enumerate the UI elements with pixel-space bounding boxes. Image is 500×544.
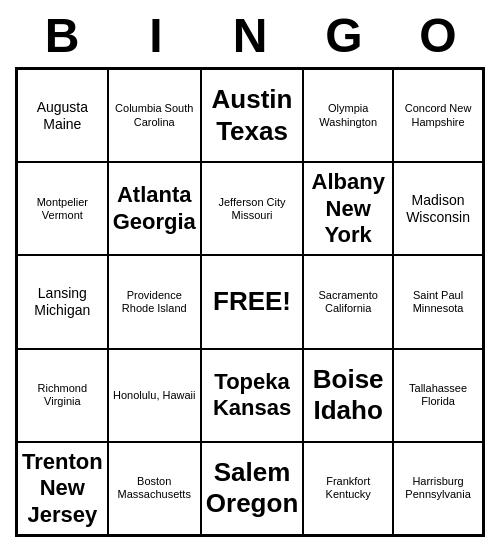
cell-r4-c1: Boston Massachusetts — [108, 442, 201, 535]
bingo-letter-o: O — [398, 8, 478, 63]
bingo-letter-n: N — [210, 8, 290, 63]
cell-r4-c4: Harrisburg Pennsylvania — [393, 442, 483, 535]
cell-r3-c1: Honolulu, Hawaii — [108, 349, 201, 442]
cell-r4-c3: Frankfort Kentucky — [303, 442, 393, 535]
cell-r1-c1: Atlanta Georgia — [108, 162, 201, 255]
cell-r3-c2: Topeka Kansas — [201, 349, 303, 442]
cell-r3-c3: Boise Idaho — [303, 349, 393, 442]
cell-r3-c0: Richmond Virginia — [17, 349, 108, 442]
cell-r0-c1: Columbia South Carolina — [108, 69, 201, 162]
cell-r0-c2: Austin Texas — [201, 69, 303, 162]
cell-r2-c0: Lansing Michigan — [17, 255, 108, 348]
cell-r1-c3: Albany New York — [303, 162, 393, 255]
cell-r1-c0: Montpelier Vermont — [17, 162, 108, 255]
cell-r2-c2: FREE! — [201, 255, 303, 348]
cell-r2-c1: Providence Rhode Island — [108, 255, 201, 348]
cell-r4-c0: Trenton New Jersey — [17, 442, 108, 535]
cell-r2-c3: Sacramento California — [303, 255, 393, 348]
bingo-letter-g: G — [304, 8, 384, 63]
bingo-grid: Augusta MaineColumbia South CarolinaAust… — [15, 67, 485, 537]
cell-r4-c2: Salem Oregon — [201, 442, 303, 535]
cell-r2-c4: Saint Paul Minnesota — [393, 255, 483, 348]
cell-r3-c4: Tallahassee Florida — [393, 349, 483, 442]
cell-r1-c2: Jefferson City Missouri — [201, 162, 303, 255]
cell-r1-c4: Madison Wisconsin — [393, 162, 483, 255]
bingo-header: BINGO — [15, 0, 485, 67]
bingo-letter-i: I — [116, 8, 196, 63]
cell-r0-c0: Augusta Maine — [17, 69, 108, 162]
cell-r0-c4: Concord New Hampshire — [393, 69, 483, 162]
bingo-letter-b: B — [22, 8, 102, 63]
cell-r0-c3: Olympia Washington — [303, 69, 393, 162]
